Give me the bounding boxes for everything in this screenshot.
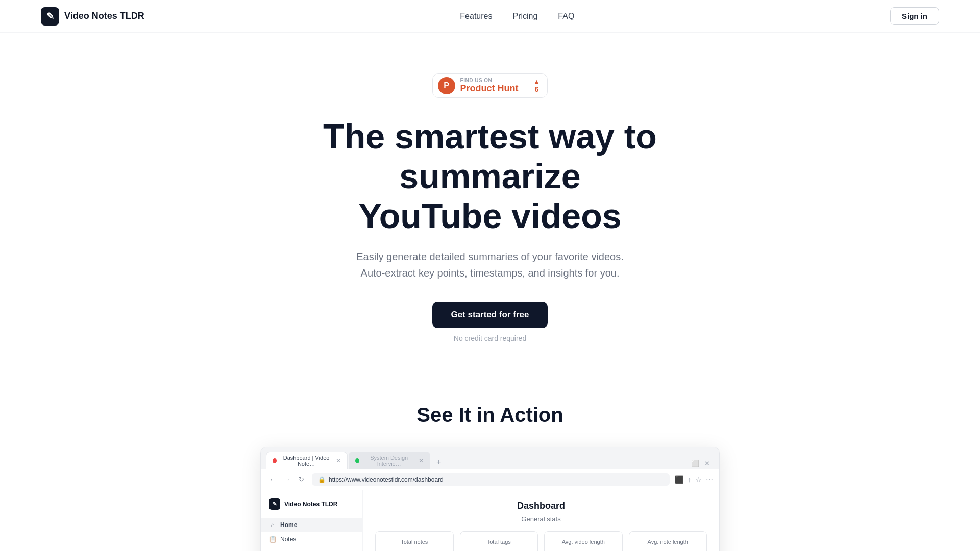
main-nav: Features Pricing FAQ xyxy=(460,12,574,21)
hero-subtitle: Easily generate detailed summaries of yo… xyxy=(347,248,633,281)
address-bar[interactable]: 🔒 https://www.videonotestldr.com/dashboa… xyxy=(312,473,670,486)
upvote-number: 6 xyxy=(535,85,539,93)
back-button[interactable]: ← xyxy=(267,474,278,485)
refresh-button[interactable]: ↻ xyxy=(296,474,307,485)
logo-text: Video Notes TLDR xyxy=(64,11,144,21)
sidebar-label-notes: Notes xyxy=(280,536,296,543)
product-hunt-badge[interactable]: P FIND US ON Product Hunt ▲ 6 xyxy=(432,73,548,98)
browser-share-icon[interactable]: ↑ xyxy=(688,475,691,484)
address-text: https://www.videonotestldr.com/dashboard xyxy=(329,476,444,483)
tab-favicon-icon-2 xyxy=(355,458,359,463)
browser-more-icon[interactable]: ⋯ xyxy=(706,475,713,484)
dashboard-logo: ✎ Video Notes TLDR xyxy=(261,498,362,518)
browser-nav-bar: ← → ↻ 🔒 https://www.videonotestldr.com/d… xyxy=(261,469,719,490)
new-tab-button[interactable]: + xyxy=(431,455,446,469)
browser-tab-active[interactable]: Dashboard | Video Note… ✕ xyxy=(266,452,348,469)
tab-label-inactive: System Design Intervie… xyxy=(362,455,415,467)
lock-icon: 🔒 xyxy=(318,476,326,483)
stat-value-avg-note: 233 words xyxy=(638,549,699,551)
stat-value-total-tags: 3 xyxy=(469,549,530,551)
tab-favicon-icon xyxy=(273,458,277,463)
upvote-count[interactable]: ▲ 6 xyxy=(526,78,541,93)
action-section: See It in Action Dashboard | Video Note…… xyxy=(0,373,980,551)
stat-label-avg-video: Avg. video length xyxy=(553,539,614,545)
stat-label-total-tags: Total tags xyxy=(469,539,530,545)
stats-grid: Total notes 1 Total tags 3 Avg. video le… xyxy=(375,531,707,551)
cta-button[interactable]: Get started for free xyxy=(432,302,547,328)
upvote-arrow-icon: ▲ xyxy=(533,78,541,85)
dashboard-sidebar: ✎ Video Notes TLDR ⌂ Home 📋 Notes 🏷 Tags… xyxy=(261,490,363,551)
product-hunt-logo: P xyxy=(438,77,455,94)
tab-close-icon-2[interactable]: ✕ xyxy=(419,457,424,464)
dashboard-logo-text: Video Notes TLDR xyxy=(284,500,337,508)
window-restore-icon[interactable]: ⬜ xyxy=(691,460,699,467)
browser-mockup: Dashboard | Video Note… ✕ System Design … xyxy=(260,447,720,551)
stat-label-total-notes: Total notes xyxy=(384,539,445,545)
action-title: See It in Action xyxy=(41,404,939,427)
dashboard-title: Dashboard xyxy=(375,500,707,511)
logo-icon: ✎ xyxy=(41,7,59,26)
sidebar-item-home[interactable]: ⌂ Home xyxy=(261,518,362,532)
window-close-icon[interactable]: ✕ xyxy=(704,460,710,467)
product-hunt-name: Product Hunt xyxy=(460,83,519,94)
nav-features[interactable]: Features xyxy=(460,12,492,21)
stats-subtitle: General stats xyxy=(375,515,707,523)
stat-value-avg-video: 6.5 min xyxy=(553,549,614,551)
tab-label-active: Dashboard | Video Note… xyxy=(280,455,333,467)
notes-icon: 📋 xyxy=(269,536,276,543)
dashboard-area: ✎ Video Notes TLDR ⌂ Home 📋 Notes 🏷 Tags… xyxy=(261,490,719,551)
browser-extensions-icon[interactable]: ⬛ xyxy=(675,475,683,484)
browser-tabs-bar: Dashboard | Video Note… ✕ System Design … xyxy=(261,447,719,469)
browser-tab-inactive[interactable]: System Design Intervie… ✕ xyxy=(349,452,430,469)
stat-value-total-notes: 1 xyxy=(384,549,445,551)
no-credit-card-label: No credit card required xyxy=(454,334,526,342)
tab-close-icon[interactable]: ✕ xyxy=(336,457,341,464)
stat-label-avg-note: Avg. note length xyxy=(638,539,699,545)
dashboard-main: Dashboard General stats Total notes 1 To… xyxy=(363,490,719,551)
sidebar-item-notes[interactable]: 📋 Notes xyxy=(261,532,362,546)
home-icon: ⌂ xyxy=(269,521,276,529)
forward-button[interactable]: → xyxy=(281,474,292,485)
stat-card-avg-note-length: Avg. note length 233 words xyxy=(629,531,707,551)
nav-pricing[interactable]: Pricing xyxy=(512,12,537,21)
browser-action-icons: ⬛ ↑ ☆ ⋯ xyxy=(675,475,713,484)
window-minimize-icon[interactable]: — xyxy=(679,460,686,467)
signin-button[interactable]: Sign in xyxy=(890,7,939,25)
product-hunt-text: FIND US ON Product Hunt xyxy=(460,78,519,94)
hero-section: P FIND US ON Product Hunt ▲ 6 The smarte… xyxy=(0,33,980,373)
site-header: ✎ Video Notes TLDR Features Pricing FAQ … xyxy=(0,0,980,33)
dashboard-logo-icon: ✎ xyxy=(269,498,280,510)
nav-faq[interactable]: FAQ xyxy=(558,12,574,21)
browser-navigation-buttons: ← → ↻ xyxy=(267,474,307,485)
find-us-label: FIND US ON xyxy=(460,78,493,83)
stat-card-total-tags: Total tags 3 xyxy=(460,531,538,551)
browser-bookmark-icon[interactable]: ☆ xyxy=(695,475,702,484)
logo[interactable]: ✎ Video Notes TLDR xyxy=(41,7,144,26)
hero-title: The smartest way to summarize YouTube vi… xyxy=(260,116,720,236)
sidebar-label-home: Home xyxy=(280,521,297,529)
sidebar-item-tags[interactable]: 🏷 Tags xyxy=(261,546,362,551)
stat-card-avg-video-length: Avg. video length 6.5 min xyxy=(544,531,623,551)
stat-card-total-notes: Total notes 1 xyxy=(375,531,454,551)
